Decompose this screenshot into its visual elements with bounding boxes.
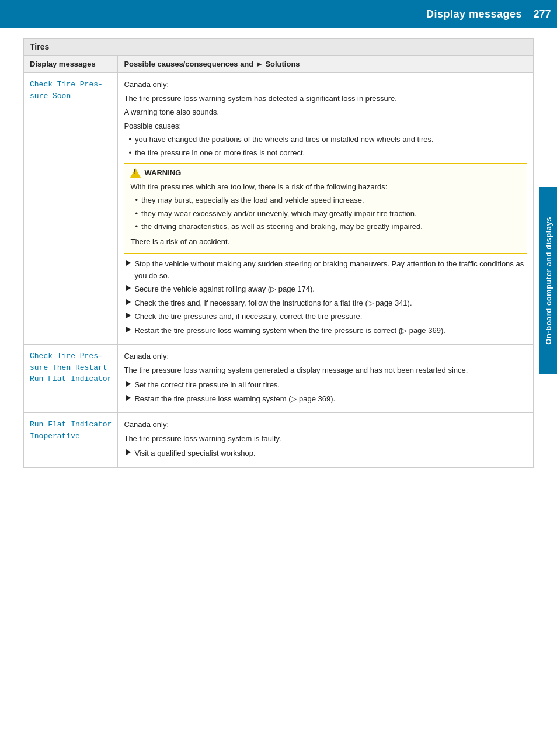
content-cell-1: Canada only: The tire pressure loss warn…: [118, 73, 534, 345]
arrow-item: Set the correct tire pressure in all fou…: [124, 379, 527, 391]
desc-text-1b: A warning tone also sounds.: [124, 106, 527, 118]
bullet-dot: •: [135, 208, 138, 220]
intro-text-3: Canada only:: [124, 419, 527, 431]
desc-text-1a: The tire pressure loss warning system ha…: [124, 93, 527, 105]
side-tab-label: On-board computer and displays: [544, 217, 553, 345]
arrow-item: Visit a qualified specialist workshop.: [124, 448, 527, 459]
warning-text: With tire pressures which are too low, t…: [130, 181, 521, 193]
page-number: 277: [527, 0, 557, 28]
warning-triangle-icon: [130, 168, 141, 178]
side-tab: On-board computer and displays: [539, 187, 557, 374]
arrow-item: Secure the vehicle against rolling away …: [124, 283, 527, 295]
warning-title: WARNING: [130, 167, 521, 179]
bullet-item: • the driving characteristics, as well a…: [130, 221, 521, 233]
table-row: Check Tire Pres-sure Then RestartRun Fla…: [24, 345, 534, 413]
arrow-icon: [126, 313, 131, 318]
col2-header: Possible causes/consequences and ► Solut…: [118, 56, 534, 73]
col1-header: Display messages: [24, 56, 118, 73]
warning-block: WARNING With tire pressures which are to…: [124, 163, 527, 254]
desc-text-2a: The tire pressure loss warning system ge…: [124, 365, 527, 376]
content-cell-3: Canada only: The tire pressure loss warn…: [118, 413, 534, 468]
bullet-item: • the tire pressure in one or more tires…: [124, 147, 527, 159]
intro-text-1: Canada only:: [124, 79, 527, 91]
arrow-icon: [126, 327, 131, 332]
header-bar: Display messages 277: [0, 0, 557, 28]
display-msg-cell-1: Check Tire Pres-sure Soon: [24, 73, 118, 345]
arrow-icon: [126, 299, 131, 305]
arrow-item: Check the tires and, if necessary, follo…: [124, 297, 527, 309]
table-row: Run Flat IndicatorInoperative Canada onl…: [24, 413, 534, 468]
content-cell-2: Canada only: The tire pressure loss warn…: [118, 345, 534, 413]
bullet-item: • they may wear excessively and/or uneve…: [130, 208, 521, 220]
arrow-icon: [126, 260, 131, 266]
intro-text-2: Canada only:: [124, 351, 527, 362]
table-row: Check Tire Pres-sure Soon Canada only: T…: [24, 73, 534, 345]
arrow-icon: [126, 381, 131, 387]
bullet-item: • they may burst, especially as the load…: [130, 195, 521, 206]
bullet-dot: •: [128, 134, 131, 145]
tires-table: Tires Display messages Possible causes/c…: [23, 38, 534, 468]
section-header-row: Tires: [24, 39, 534, 56]
corner-mark-br: [539, 738, 551, 750]
bullet-dot: •: [135, 195, 138, 206]
arrow-icon: [126, 395, 131, 401]
arrow-icon: [126, 285, 131, 291]
section-header-cell: Tires: [24, 39, 534, 56]
solutions-arrow: ►: [256, 60, 265, 68]
desc-text-1c: Possible causes:: [124, 120, 527, 132]
arrow-item: Check the tire pressures and, if necessa…: [124, 311, 527, 322]
display-msg-cell-3: Run Flat IndicatorInoperative: [24, 413, 118, 468]
risk-text: There is a risk of an accident.: [130, 236, 521, 248]
arrow-item: Restart the tire pressure loss warning s…: [124, 325, 527, 337]
desc-text-3a: The tire pressure loss warning system is…: [124, 433, 527, 445]
main-content: Tires Display messages Possible causes/c…: [23, 38, 534, 733]
bullet-dot: •: [135, 221, 138, 233]
arrow-icon: [126, 449, 131, 455]
bullet-item: • you have changed the positions of the …: [124, 134, 527, 145]
arrow-item: Restart the tire pressure loss warning s…: [124, 393, 527, 405]
corner-mark-bl: [6, 738, 18, 750]
header-title: Display messages: [426, 8, 522, 20]
col-header-row: Display messages Possible causes/consequ…: [24, 56, 534, 73]
display-msg-cell-2: Check Tire Pres-sure Then RestartRun Fla…: [24, 345, 118, 413]
arrow-item: Stop the vehicle without making any sudd…: [124, 258, 527, 281]
bullet-dot: •: [128, 147, 131, 159]
